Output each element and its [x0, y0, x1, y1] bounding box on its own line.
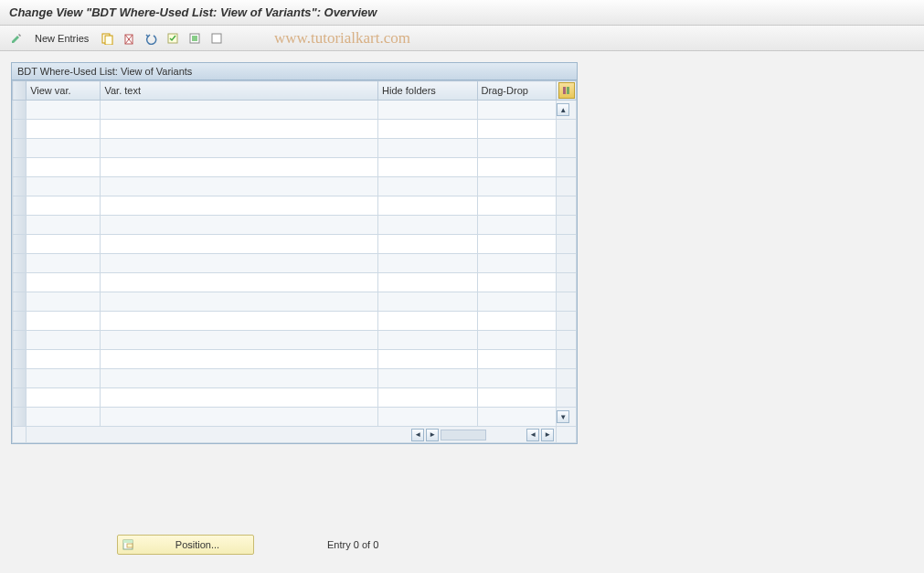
cell-drag-drop[interactable] — [477, 177, 557, 196]
cell-hide-folders[interactable] — [378, 292, 477, 312]
cell-hide-folders[interactable] — [378, 216, 477, 235]
cell-drag-drop[interactable] — [477, 292, 557, 312]
column-header-hide-folders[interactable]: Hide folders — [378, 81, 477, 101]
cell-view-var[interactable] — [27, 273, 101, 292]
row-selector[interactable] — [13, 350, 27, 369]
scroll-right-end-icon[interactable]: ► — [541, 429, 554, 441]
cell-view-var[interactable] — [27, 196, 101, 216]
row-selector[interactable] — [13, 158, 27, 177]
row-selector[interactable] — [13, 101, 27, 120]
horizontal-scrollbar[interactable]: ◄ ► ◄ ► — [28, 429, 554, 441]
cell-view-var[interactable] — [27, 120, 101, 139]
cell-hide-folders[interactable] — [378, 350, 477, 369]
cell-hide-folders[interactable] — [378, 331, 477, 350]
cell-drag-drop[interactable] — [477, 235, 557, 254]
vertical-scroll-cell[interactable] — [557, 273, 577, 292]
scroll-down-icon[interactable]: ▼ — [557, 410, 569, 423]
cell-view-var[interactable] — [27, 235, 101, 254]
vertical-scroll-cell[interactable] — [557, 235, 577, 254]
cell-hide-folders[interactable] — [378, 388, 477, 408]
cell-view-var[interactable] — [27, 369, 101, 388]
vertical-scroll-cell[interactable] — [557, 292, 577, 312]
select-all-icon[interactable] — [164, 29, 182, 48]
cell-hide-folders[interactable] — [378, 158, 477, 177]
cell-drag-drop[interactable] — [477, 369, 557, 388]
cell-hide-folders[interactable] — [378, 408, 477, 427]
cell-var-text[interactable] — [101, 292, 378, 312]
cell-view-var[interactable] — [27, 177, 101, 196]
cell-var-text[interactable] — [101, 273, 378, 292]
cell-view-var[interactable] — [27, 388, 101, 408]
cell-view-var[interactable] — [27, 216, 101, 235]
cell-drag-drop[interactable] — [477, 196, 557, 216]
column-header-view-var[interactable]: View var. — [27, 81, 101, 101]
cell-var-text[interactable] — [101, 388, 378, 408]
cell-drag-drop[interactable] — [477, 312, 557, 331]
column-header-drag-drop[interactable]: Drag-Drop — [477, 81, 557, 101]
scroll-track[interactable] — [441, 430, 486, 440]
row-selector[interactable] — [13, 292, 27, 312]
row-selector-header[interactable] — [13, 81, 27, 101]
row-selector[interactable] — [13, 196, 27, 216]
toggle-change-icon[interactable] — [7, 29, 26, 48]
cell-view-var[interactable] — [27, 139, 101, 158]
cell-view-var[interactable] — [27, 254, 101, 273]
cell-hide-folders[interactable] — [378, 273, 477, 292]
cell-drag-drop[interactable] — [477, 120, 557, 139]
vertical-scroll-cell[interactable] — [557, 331, 577, 350]
row-selector[interactable] — [13, 216, 27, 235]
cell-view-var[interactable] — [27, 350, 101, 369]
cell-drag-drop[interactable] — [477, 331, 557, 350]
vertical-scroll-cell[interactable] — [557, 158, 577, 177]
vertical-scroll-cell[interactable]: ▲ — [557, 101, 577, 120]
row-selector[interactable] — [13, 408, 27, 427]
delete-icon[interactable] — [120, 29, 138, 48]
row-selector[interactable] — [13, 312, 27, 331]
cell-var-text[interactable] — [101, 408, 378, 427]
cell-drag-drop[interactable] — [477, 139, 557, 158]
cell-hide-folders[interactable] — [378, 177, 477, 196]
cell-var-text[interactable] — [101, 312, 378, 331]
select-block-icon[interactable] — [186, 29, 204, 48]
cell-drag-drop[interactable] — [477, 101, 557, 120]
table-settings-icon[interactable] — [558, 82, 575, 99]
vertical-scroll-cell[interactable] — [557, 369, 577, 388]
cell-hide-folders[interactable] — [378, 369, 477, 388]
cell-view-var[interactable] — [27, 292, 101, 312]
vertical-scroll-cell[interactable] — [557, 312, 577, 331]
cell-var-text[interactable] — [101, 158, 378, 177]
cell-hide-folders[interactable] — [378, 139, 477, 158]
cell-hide-folders[interactable] — [378, 312, 477, 331]
cell-view-var[interactable] — [27, 312, 101, 331]
row-selector[interactable] — [13, 273, 27, 292]
scroll-left-icon[interactable]: ◄ — [411, 429, 424, 441]
row-selector[interactable] — [13, 139, 27, 158]
cell-var-text[interactable] — [101, 350, 378, 369]
row-selector[interactable] — [13, 369, 27, 388]
vertical-scroll-cell[interactable] — [557, 216, 577, 235]
cell-drag-drop[interactable] — [477, 350, 557, 369]
cell-drag-drop[interactable] — [477, 216, 557, 235]
position-button[interactable]: Position... — [117, 535, 254, 555]
cell-var-text[interactable] — [101, 216, 378, 235]
column-header-var-text[interactable]: Var. text — [101, 81, 378, 101]
cell-hide-folders[interactable] — [378, 120, 477, 139]
row-selector[interactable] — [13, 177, 27, 196]
cell-view-var[interactable] — [27, 331, 101, 350]
row-selector[interactable] — [13, 235, 27, 254]
deselect-all-icon[interactable] — [207, 29, 226, 48]
cell-var-text[interactable] — [101, 196, 378, 216]
cell-var-text[interactable] — [101, 254, 378, 273]
cell-drag-drop[interactable] — [477, 388, 557, 408]
vertical-scroll-cell[interactable] — [557, 388, 577, 408]
vertical-scroll-cell[interactable] — [557, 139, 577, 158]
cell-view-var[interactable] — [27, 158, 101, 177]
vertical-scroll-cell[interactable]: ▼ — [557, 408, 577, 427]
copy-as-icon[interactable] — [98, 29, 116, 48]
cell-var-text[interactable] — [101, 139, 378, 158]
cell-var-text[interactable] — [101, 331, 378, 350]
cell-hide-folders[interactable] — [378, 101, 477, 120]
new-entries-button[interactable]: New Entries — [29, 31, 94, 46]
vertical-scroll-cell[interactable] — [557, 196, 577, 216]
cell-drag-drop[interactable] — [477, 158, 557, 177]
